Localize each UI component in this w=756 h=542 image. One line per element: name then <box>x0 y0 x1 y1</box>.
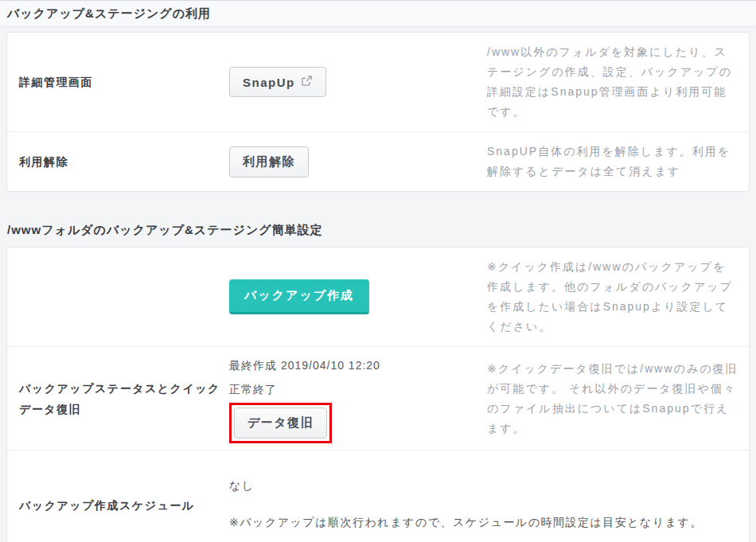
row-label-backup-status: バックアップステータスとクイックデータ復旧 <box>7 370 229 427</box>
www-quick-settings-table: バックアップ作成 ※クイック作成は/wwwのバックアップを作成します。他のフォル… <box>6 247 750 542</box>
row-label-backup-schedule: バックアップ作成スケジュール <box>7 487 229 524</box>
backup-schedule-note: ※バックアップは順次行われますので、スケジュールの時間設定は目安となります。 <box>229 511 709 533</box>
table-row-backup-schedule: バックアップ作成スケジュール なし ※バックアップは順次行われますので、スケジュ… <box>7 450 749 542</box>
external-link-icon <box>301 75 313 89</box>
table-row-cancel-usage: 利用解除 利用解除 SnapUP自体の利用を解除します。利用を解除するとデータは… <box>7 132 749 191</box>
row-label-cancel-usage: 利用解除 <box>7 143 229 180</box>
snapup-button[interactable]: SnapUp <box>229 67 326 97</box>
row-content-backup-schedule: なし ※バックアップは順次行われますので、スケジュールの時間設定は目安となります… <box>229 466 749 542</box>
annotation-highlight-box: データ復旧 <box>229 403 332 443</box>
section1-title-bar: バックアップ&ステージングの利用 <box>0 0 756 27</box>
section2-title-row: /wwwフォルダのバックアップ&ステージング簡単設定 <box>0 223 756 238</box>
row-action-snapup: SnapUp <box>229 60 487 103</box>
table-row-snapup: 詳細管理画面 SnapUp /www以外のフォルダを対象にしたり、ステージングの… <box>7 33 749 132</box>
row-description-backup-status: ※クイックデータ復旧では/wwwのみの復旧が可能です。 それ以外のデータ復旧や個… <box>487 349 749 448</box>
cancel-usage-button[interactable]: 利用解除 <box>229 146 309 177</box>
snapup-button-label: SnapUp <box>243 76 295 89</box>
backup-status-text: 正常終了 <box>229 377 479 401</box>
row-action-cancel-usage: 利用解除 <box>229 140 487 184</box>
row-description-create-backup: ※クイック作成は/wwwのバックアップを作成します。他のフォルダのバックアップを… <box>487 248 749 346</box>
row-action-backup-status: 最終作成 2019/04/10 12:20 正常終了 データ復旧 <box>229 347 487 450</box>
data-restore-button-label: データ復旧 <box>247 415 314 431</box>
section2-title: /wwwフォルダのバックアップ&ステージング簡単設定 <box>7 223 323 236</box>
row-description-cancel-usage: SnapUP自体の利用を解除します。利用を解除するとデータは全て消えます <box>487 132 749 191</box>
row-description-snapup: /www以外のフォルダを対象にしたり、ステージングの作成、設定、バックアップの詳… <box>487 33 749 131</box>
row-action-create-backup: バックアップ作成 <box>229 273 487 321</box>
data-restore-button[interactable]: データ復旧 <box>234 407 327 439</box>
cancel-usage-button-label: 利用解除 <box>243 154 295 170</box>
table-row-backup-status: バックアップステータスとクイックデータ復旧 最終作成 2019/04/10 12… <box>7 347 749 450</box>
row-label-create-backup <box>7 289 229 305</box>
section1-title: バックアップ&ステージングの利用 <box>7 6 211 21</box>
backup-last-created: 最終作成 2019/04/10 12:20 <box>229 353 479 377</box>
backup-staging-usage-table: 詳細管理画面 SnapUp /www以外のフォルダを対象にしたり、ステージングの… <box>6 32 750 192</box>
row-label-detail-admin: 詳細管理画面 <box>7 64 229 100</box>
create-backup-button[interactable]: バックアップ作成 <box>229 279 369 314</box>
backup-schedule-value: なし <box>229 477 709 494</box>
table-row-create-backup: バックアップ作成 ※クイック作成は/wwwのバックアップを作成します。他のフォル… <box>7 248 749 347</box>
